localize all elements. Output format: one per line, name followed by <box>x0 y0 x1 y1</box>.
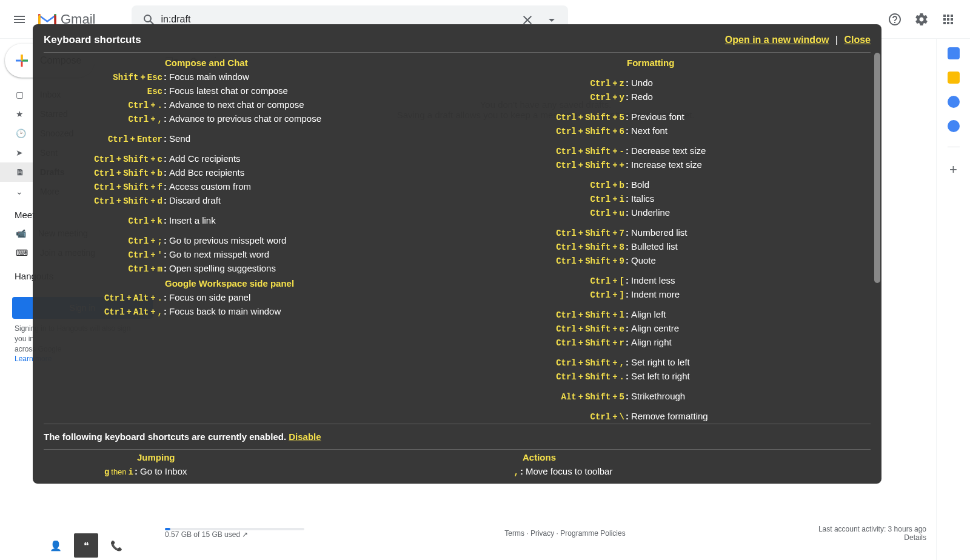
open-storage-icon[interactable]: ↗ <box>242 530 248 539</box>
shortcut-row: Esc:Focus latest chat or compose <box>44 84 445 98</box>
calendar-icon[interactable] <box>948 47 960 59</box>
section-heading: Jumping <box>137 452 445 462</box>
shortcut-description: Align left <box>631 308 666 321</box>
shortcut-row: Ctrl+z:Undo <box>469 76 871 90</box>
shortcut-keys: Ctrl+] <box>469 289 624 302</box>
shortcut-keys: Ctrl+Shift+c <box>44 153 162 166</box>
terms-link[interactable]: Terms <box>504 529 524 538</box>
tasks-icon[interactable] <box>948 96 960 108</box>
shortcut-keys: Ctrl+, <box>44 113 162 126</box>
shortcut-row: Alt+Shift+5:Strikethrough <box>469 390 871 404</box>
shortcut-keys: Ctrl+Shift++ <box>469 159 624 172</box>
shortcut-description: Redo <box>631 90 653 103</box>
shortcut-description: Focus main window <box>169 70 249 83</box>
section-heading: Google Workspace side panel <box>165 278 445 288</box>
hangouts-tab[interactable]: ❝ <box>74 533 98 558</box>
contacts-tab[interactable]: 👤 <box>44 533 68 558</box>
shortcut-description: Align centre <box>631 322 679 335</box>
clock-icon: 🕑 <box>16 128 28 138</box>
shortcut-row: Ctrl+Shift+b:Add Bcc recipients <box>44 166 445 180</box>
shortcut-description: Italics <box>631 192 654 205</box>
side-panel-divider <box>948 147 960 147</box>
shortcut-row: Shift+Esc:Focus main window <box>44 70 445 84</box>
shortcut-row: Ctrl+i:Italics <box>469 192 871 206</box>
shortcut-keys: Ctrl+Shift+d <box>44 195 162 208</box>
shortcut-row: Ctrl+;:Go to previous misspelt word <box>44 234 445 248</box>
shortcut-keys: Ctrl+Shift+7 <box>469 227 624 240</box>
keep-icon[interactable] <box>948 72 960 84</box>
scrollbar-thumb[interactable] <box>874 53 880 283</box>
shortcut-row: Ctrl+Shift+9:Quote <box>469 254 871 268</box>
shortcut-keys: Ctrl+Shift+e <box>469 323 624 336</box>
add-on-button[interactable]: + <box>949 162 957 178</box>
compose-plus-icon <box>12 51 32 70</box>
shortcut-keys: Ctrl+[ <box>469 275 624 288</box>
shortcut-keys: Ctrl+Shift+- <box>469 145 624 158</box>
shortcut-keys: Ctrl+b <box>469 179 624 192</box>
modal-header: Keyboard shortcuts Open in a new window … <box>33 24 881 52</box>
shortcut-description: Add Cc recipients <box>169 152 241 165</box>
shortcut-description: Add Bcc recipients <box>169 166 244 179</box>
shortcut-row: Ctrl+Shift+c:Add Cc recipients <box>44 152 445 166</box>
chevron-down-icon: ⌄ <box>16 187 28 196</box>
shortcut-keys: Ctrl+Shift+, <box>469 357 624 370</box>
shortcut-description: Strikethrough <box>631 390 685 402</box>
shortcut-row: Ctrl+Shift+8:Bulleted list <box>469 240 871 254</box>
drafts-icon: 🗎 <box>16 167 28 177</box>
gear-icon <box>914 12 929 27</box>
shortcut-row: Ctrl+\:Remove formatting <box>469 410 871 424</box>
jumping-column: Jumpinggtheni:Go to Inbox <box>44 450 445 479</box>
shortcut-description: Advance to previous chat or compose <box>169 112 321 125</box>
shortcut-description: Set right to left <box>631 356 690 368</box>
shortcut-keys: Ctrl+Enter <box>44 133 162 146</box>
shortcut-description: Focus latest chat or compose <box>169 84 288 97</box>
shortcut-keys: Ctrl+i <box>469 193 624 206</box>
shortcut-description: Remove formatting <box>631 410 708 422</box>
shortcut-description: Increase text size <box>631 158 702 171</box>
support-button[interactable] <box>883 7 907 32</box>
open-new-window-link[interactable]: Open in a new window <box>725 35 829 45</box>
shortcut-keys: Ctrl+k <box>44 215 162 228</box>
shortcut-description: Bold <box>631 178 649 191</box>
video-icon: 📹 <box>16 228 26 238</box>
apps-grid-icon <box>941 12 955 27</box>
shortcut-row: Ctrl+Alt+,:Focus back to main window <box>44 305 445 319</box>
apps-button[interactable] <box>936 7 960 32</box>
shortcut-row: Ctrl+Alt+.:Focus on side panel <box>44 291 445 305</box>
main-menu-button[interactable] <box>5 5 34 34</box>
chat-footer: 👤 ❝ 📞 <box>44 531 129 560</box>
shortcut-row: Ctrl+Shift+5:Previous font <box>469 110 871 124</box>
shortcut-keys: Ctrl+Shift+9 <box>469 255 624 268</box>
shortcut-row: Ctrl+Shift+6:Next font <box>469 124 871 138</box>
search-input[interactable] <box>161 14 515 25</box>
shortcut-row: Ctrl+y:Redo <box>469 90 871 104</box>
star-icon: ★ <box>16 109 28 119</box>
shortcut-keys: Ctrl+Shift+b <box>44 167 162 180</box>
shortcut-row: Ctrl+.:Advance to next chat or compose <box>44 98 445 112</box>
shortcut-description: Go to Inbox <box>140 465 187 478</box>
shortcut-row: Ctrl+Shift+-:Decrease text size <box>469 144 871 158</box>
details-link[interactable]: Details <box>818 533 926 542</box>
contacts-icon[interactable] <box>948 120 960 132</box>
policies-link[interactable]: Programme Policies <box>560 529 625 538</box>
actions-column: Actions,:Move focus to toolbar <box>469 450 871 479</box>
header-right <box>883 7 965 32</box>
shortcut-description: Focus back to main window <box>169 305 281 318</box>
shortcut-keys: gtheni <box>44 465 133 479</box>
shortcut-description: Previous font <box>631 110 684 123</box>
shortcut-row: Ctrl+Shift+e:Align centre <box>469 322 871 336</box>
shortcut-keys: Ctrl+Shift+f <box>44 181 162 194</box>
shortcut-description: Next font <box>631 124 667 137</box>
shortcut-row: Ctrl+Shift+7:Numbered list <box>469 226 871 240</box>
settings-button[interactable] <box>909 7 934 32</box>
shortcut-keys: Ctrl+y <box>469 92 624 104</box>
shortcut-row: Ctrl+Shift+.:Set left to right <box>469 370 871 384</box>
privacy-link[interactable]: Privacy <box>530 529 554 538</box>
phone-tab[interactable]: 📞 <box>104 533 129 558</box>
shortcut-description: Focus on side panel <box>169 291 250 304</box>
shortcut-row: Ctrl+Shift+r:Align right <box>469 336 871 350</box>
disable-link[interactable]: Disable <box>289 432 321 442</box>
close-link[interactable]: Close <box>844 35 871 45</box>
shortcut-row: Ctrl+Shift++:Increase text size <box>469 158 871 172</box>
shortcut-row: gtheni:Go to Inbox <box>44 465 445 479</box>
